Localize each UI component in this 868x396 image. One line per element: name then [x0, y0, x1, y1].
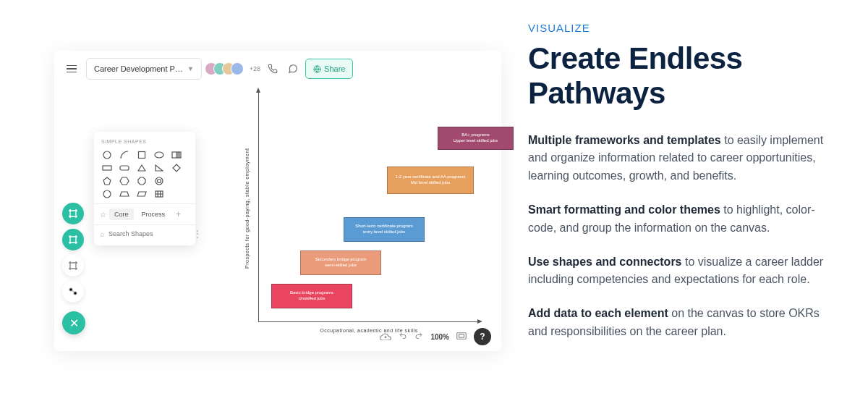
pentagon-shape-icon[interactable] [100, 176, 114, 186]
square-shape-icon[interactable] [135, 150, 148, 160]
headline: Create Endless Pathways [528, 41, 839, 111]
chart-step[interactable]: Basic bridge programsUnskilled jobs [271, 284, 352, 308]
search-icon: ⌕ [100, 229, 105, 238]
parallelogram-shape-icon[interactable] [135, 189, 148, 199]
svg-point-14 [156, 177, 163, 185]
bottom-bar: 100% ? [380, 328, 491, 345]
svg-point-0 [69, 288, 72, 291]
comment-icon[interactable] [285, 61, 301, 77]
close-fab-button[interactable]: ✕ [62, 311, 85, 334]
graph-tool-button[interactable] [62, 281, 84, 303]
tab-core[interactable]: Core [109, 208, 134, 220]
chart-step[interactable]: 1-2 year certificate and AA programsMid … [387, 167, 474, 194]
y-axis-label: Prospects for good-paying, stable employ… [244, 101, 250, 315]
shapes-panel: SIMPLE SHAPES ☆ C [94, 132, 195, 245]
help-button[interactable]: ? [474, 328, 491, 345]
feature-paragraph: Add data to each element on the canvas t… [528, 305, 839, 341]
undo-icon[interactable] [399, 332, 407, 342]
circle-shape-icon[interactable] [100, 150, 114, 160]
diamond-shape-icon[interactable] [169, 163, 183, 173]
fit-screen-icon[interactable] [456, 332, 467, 341]
eyebrow: VISUALIZE [528, 22, 839, 34]
shapes-panel-title: SIMPLE SHAPES [94, 138, 195, 148]
document-name-dropdown[interactable]: Career Development P… ▼ [86, 58, 202, 80]
call-icon[interactable] [265, 61, 281, 77]
zoom-level[interactable]: 100% [430, 333, 449, 341]
ellipse-shape-icon[interactable] [152, 150, 166, 160]
pin-icon[interactable]: ☆ [100, 211, 106, 219]
svg-rect-6 [138, 152, 145, 159]
grid-tool-button[interactable] [62, 255, 84, 277]
svg-point-7 [155, 152, 163, 158]
x-axis [258, 321, 480, 322]
hexagon-shape-icon[interactable] [117, 176, 131, 186]
document-name-label: Career Development P… [94, 64, 183, 73]
svg-point-1 [74, 292, 77, 295]
left-tool-rail [62, 203, 84, 303]
app-preview-column: ✕ Career Development P… ▼ +28 Share [0, 0, 506, 396]
feature-paragraph: Smart formatting and color themes to hig… [528, 201, 839, 237]
ring-shape-icon[interactable] [152, 176, 166, 186]
chart-step[interactable]: BA+ programsUpper level skilled jobs [438, 127, 514, 150]
share-button[interactable]: Share [305, 59, 353, 79]
cloud-sync-icon[interactable] [380, 332, 391, 342]
chart-step[interactable]: Secondary bridge programsemi-skilled job… [300, 250, 381, 275]
right-triangle-icon[interactable] [152, 163, 166, 173]
grid-shape-icon[interactable] [152, 189, 166, 199]
svg-point-16 [103, 190, 111, 198]
collaborator-count: +28 [250, 65, 260, 72]
svg-rect-4 [459, 334, 464, 337]
trapezoid-shape-icon[interactable] [117, 189, 131, 199]
share-label: Share [324, 64, 345, 73]
feature-paragraph: Use shapes and connectors to visualize a… [528, 253, 839, 290]
rounded-rect-icon[interactable] [117, 163, 131, 173]
svg-point-5 [103, 151, 111, 159]
menu-button[interactable] [61, 59, 82, 79]
redo-icon[interactable] [414, 332, 423, 342]
chart-step[interactable]: Short-term certificate programentry leve… [344, 217, 425, 242]
frame-tool-button[interactable] [62, 203, 84, 224]
caret-down-icon: ▼ [187, 65, 194, 72]
avatar [231, 62, 244, 75]
oval-shape-icon[interactable] [100, 189, 114, 199]
octagon-shape-icon[interactable] [135, 176, 148, 186]
collaborator-avatars[interactable] [209, 62, 244, 75]
arc-shape-icon[interactable] [117, 150, 131, 160]
halftone-rect-icon[interactable] [169, 150, 183, 160]
tab-process[interactable]: Process [137, 208, 171, 220]
svg-rect-3 [457, 333, 467, 339]
marketing-copy: VISUALIZE Create Endless Pathways Multip… [506, 0, 868, 396]
more-options-icon[interactable]: ⋮ [193, 229, 202, 239]
topbar: Career Development P… ▼ +28 Share [54, 51, 501, 87]
svg-point-15 [157, 180, 161, 183]
y-axis [258, 90, 259, 322]
rect-shape-icon[interactable] [100, 163, 114, 173]
svg-rect-13 [120, 166, 129, 170]
shape-search-input[interactable] [109, 230, 190, 237]
add-tab-button[interactable]: + [173, 209, 184, 219]
svg-rect-12 [103, 166, 111, 170]
triangle-shape-icon[interactable] [135, 163, 148, 173]
feature-paragraph: Multiple frameworks and templates to eas… [528, 132, 839, 185]
frame-tool-button-2[interactable] [62, 229, 84, 250]
